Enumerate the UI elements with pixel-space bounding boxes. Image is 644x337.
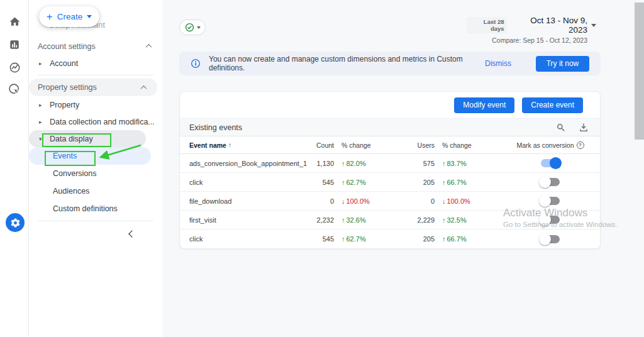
table-row: file_download0↓100.0%0↓100.0% bbox=[180, 192, 600, 211]
change-up-value: ↑62.7% bbox=[334, 235, 400, 243]
existing-events-bar: Existing events bbox=[180, 118, 600, 136]
column-mark-as-conversion: Mark as conversion? bbox=[501, 141, 600, 149]
tree-collapsed-icon[interactable]: ▸ bbox=[39, 119, 44, 125]
event-name-cell: click bbox=[180, 235, 299, 243]
item-label: Data collection and modifica... bbox=[50, 118, 155, 126]
users-cell: 205 bbox=[400, 179, 435, 186]
date-range-value: Oct 13 - Nov 9, 2023 bbox=[511, 16, 587, 35]
event-name-cell: first_visit bbox=[180, 216, 299, 224]
toggle-knob bbox=[539, 233, 551, 245]
check-circle-icon bbox=[185, 23, 194, 32]
table-header-row: Event name↑ Count % change Users % chang… bbox=[180, 136, 600, 154]
vertical-scrollbar-thumb[interactable] bbox=[635, 3, 644, 140]
change-up-value: ↑32.5% bbox=[435, 216, 501, 224]
table-row: click545↑62.7%205↑66.7% bbox=[180, 229, 600, 248]
admin-gear-icon[interactable] bbox=[6, 213, 25, 232]
arrow-down-icon: ↓ bbox=[442, 197, 446, 205]
conversion-cell bbox=[501, 216, 600, 224]
change-up-value: ↑32.6% bbox=[334, 216, 400, 224]
conversion-toggle-off[interactable] bbox=[541, 235, 560, 243]
column-users-change[interactable]: % change bbox=[435, 141, 501, 149]
event-name-cell: ads_conversion_Book_appointment_1 bbox=[180, 160, 299, 167]
users-cell: 0 bbox=[400, 197, 435, 205]
create-button[interactable]: + Create bbox=[39, 6, 99, 27]
conversion-toggle-off[interactable] bbox=[541, 197, 560, 205]
arrow-up-icon: ↑ bbox=[442, 235, 446, 243]
conversion-cell bbox=[501, 178, 600, 186]
column-count-change[interactable]: % change bbox=[334, 141, 400, 149]
table-row: first_visit2,232↑32.6%2,229↑32.5% bbox=[180, 211, 600, 229]
sidebar-item-events[interactable]: Events bbox=[29, 147, 151, 165]
item-label: Account bbox=[50, 59, 78, 68]
events-card: Modify event Create event Existing event… bbox=[179, 91, 601, 249]
home-icon[interactable] bbox=[8, 14, 21, 28]
users-cell: 2,229 bbox=[400, 216, 435, 224]
search-icon[interactable] bbox=[555, 122, 567, 133]
ga4-admin-events-page: Setup Assistant + Create Account setting… bbox=[0, 0, 644, 337]
plus-icon: + bbox=[47, 11, 53, 22]
sidebar-item-conversions[interactable]: Conversions bbox=[29, 165, 162, 182]
chevron-down-icon bbox=[197, 26, 201, 29]
download-icon[interactable] bbox=[578, 122, 589, 133]
sidebar-item-data-display[interactable]: ▾Data display bbox=[29, 130, 146, 147]
sidebar-divider bbox=[38, 221, 153, 221]
chevron-up-icon[interactable] bbox=[141, 85, 147, 91]
column-users[interactable]: Users bbox=[400, 141, 435, 149]
toggle-knob bbox=[550, 157, 562, 169]
sidebar-nav: Account settings▸AccountProperty setting… bbox=[29, 38, 162, 243]
count-cell: 2,232 bbox=[299, 216, 334, 224]
dismiss-link[interactable]: Dismiss bbox=[485, 59, 511, 68]
change-down-value: ↓100.0% bbox=[334, 197, 400, 205]
tree-expanded-icon[interactable]: ▾ bbox=[39, 136, 44, 142]
sidebar-item-audiences[interactable]: Audiences bbox=[29, 182, 162, 200]
arrow-up-icon: ↑ bbox=[341, 160, 345, 167]
arrow-up-icon: ↑ bbox=[442, 216, 446, 224]
date-range-preset-badge: Last 28 days bbox=[467, 17, 507, 33]
info-icon bbox=[191, 58, 201, 69]
modify-event-button[interactable]: Modify event bbox=[454, 97, 514, 113]
date-range-selector[interactable]: Last 28 days Oct 13 - Nov 9, 2023 Compar… bbox=[467, 16, 587, 44]
chevron-up-icon[interactable] bbox=[146, 44, 152, 50]
try-it-now-button[interactable]: Try it now bbox=[536, 56, 589, 72]
event-name-cell: file_download bbox=[180, 197, 299, 205]
sidebar-item-data-collection-and-modifica-[interactable]: ▸Data collection and modifica... bbox=[29, 113, 162, 130]
sidebar-section-property-settings[interactable]: Property settings bbox=[29, 79, 157, 96]
change-up-value: ↑66.7% bbox=[435, 179, 501, 186]
conversion-toggle-off[interactable] bbox=[541, 178, 560, 186]
data-quality-chip[interactable] bbox=[179, 19, 206, 35]
sidebar-item-custom-definitions[interactable]: Custom definitions bbox=[29, 200, 162, 218]
sidebar-item-property[interactable]: ▸Property bbox=[29, 96, 162, 113]
conversion-cell bbox=[501, 197, 600, 205]
arrow-down-icon: ↓ bbox=[341, 197, 345, 205]
help-icon[interactable]: ? bbox=[577, 141, 584, 149]
collapse-sidebar-icon[interactable] bbox=[128, 230, 135, 237]
tree-collapsed-icon[interactable]: ▸ bbox=[39, 102, 44, 108]
sidebar-item-account[interactable]: ▸Account bbox=[29, 55, 162, 72]
count-cell: 545 bbox=[299, 179, 334, 186]
conversion-cell bbox=[501, 159, 600, 167]
date-compare-value: Compare: Sep 15 - Oct 12, 2023 bbox=[467, 36, 587, 44]
admin-sidebar: Setup Assistant + Create Account setting… bbox=[29, 0, 162, 337]
reports-icon[interactable] bbox=[8, 38, 21, 52]
events-table-body: ads_conversion_Book_appointment_11,130↑8… bbox=[180, 154, 600, 248]
conversion-toggle-off[interactable] bbox=[541, 216, 560, 224]
change-up-value: ↑82.0% bbox=[334, 160, 400, 167]
sidebar-section-account-settings[interactable]: Account settings bbox=[29, 38, 162, 55]
tree-collapsed-icon[interactable]: ▸ bbox=[39, 60, 44, 67]
arrow-up-icon: ↑ bbox=[442, 160, 446, 167]
create-event-button[interactable]: Create event bbox=[522, 97, 583, 113]
chevron-down-icon[interactable] bbox=[87, 15, 92, 18]
banner-message: You can now create and manage custom dim… bbox=[209, 55, 477, 72]
table-row: ads_conversion_Book_appointment_11,130↑8… bbox=[180, 154, 600, 173]
conversion-toggle-on[interactable] bbox=[541, 159, 560, 167]
column-count[interactable]: Count bbox=[299, 141, 334, 149]
info-banner: You can now create and manage custom dim… bbox=[179, 52, 601, 75]
change-down-value: ↓100.0% bbox=[435, 197, 501, 205]
advertising-icon[interactable] bbox=[8, 82, 21, 96]
arrow-up-icon: ↑ bbox=[341, 235, 345, 243]
date-range-caret-icon[interactable] bbox=[591, 24, 596, 27]
column-event-name[interactable]: Event name↑ bbox=[180, 141, 299, 149]
sidebar-divider bbox=[38, 75, 153, 75]
users-cell: 575 bbox=[400, 160, 435, 167]
explore-icon[interactable] bbox=[8, 60, 21, 74]
